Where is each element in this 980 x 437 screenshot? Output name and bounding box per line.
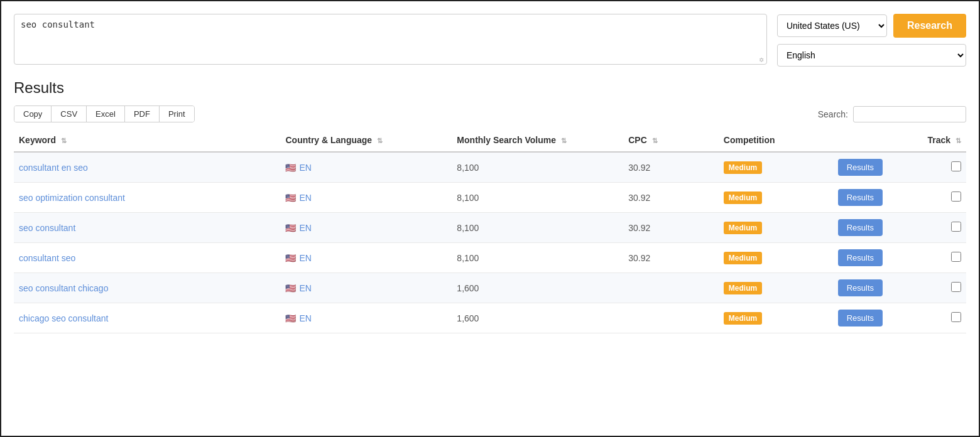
table-toolbar: Copy CSV Excel PDF Print Search:	[14, 105, 966, 122]
country-research-row: United States (US) United Kingdom (UK) C…	[777, 14, 966, 38]
pdf-button[interactable]: PDF	[125, 106, 160, 122]
volume-cell: 8,100	[452, 183, 623, 213]
flag-en: 🇺🇸 EN	[285, 313, 311, 323]
results-btn-cell: Results	[833, 243, 909, 273]
cpc-cell	[623, 273, 719, 303]
th-volume[interactable]: Monthly Search Volume ⇅	[452, 129, 623, 152]
csv-button[interactable]: CSV	[52, 106, 87, 122]
table-row: seo consultant 🇺🇸 EN 8,100 30.92 Medium …	[14, 213, 966, 243]
research-button[interactable]: Research	[893, 14, 966, 38]
keyword-cell: seo consultant chicago	[14, 273, 280, 303]
print-button[interactable]: Print	[160, 106, 194, 122]
volume-cell: 8,100	[452, 243, 623, 273]
results-button[interactable]: Results	[838, 279, 883, 296]
volume-cell: 1,600	[452, 273, 623, 303]
cpc-cell: 30.92	[623, 183, 719, 213]
us-flag-icon: 🇺🇸	[285, 283, 296, 293]
th-competition: Competition	[719, 129, 833, 152]
cpc-cell: 30.92	[623, 213, 719, 243]
th-track[interactable]: Track ⇅	[909, 129, 966, 152]
competition-badge: Medium	[724, 222, 762, 234]
track-checkbox[interactable]	[951, 312, 961, 322]
sort-icon-country: ⇅	[377, 137, 383, 145]
us-flag-icon: 🇺🇸	[285, 223, 296, 233]
cpc-cell: 30.92	[623, 152, 719, 183]
export-buttons-group: Copy CSV Excel PDF Print	[14, 105, 195, 122]
language-code: EN	[299, 163, 311, 173]
track-checkbox[interactable]	[951, 222, 961, 232]
competition-cell: Medium	[719, 273, 833, 303]
competition-badge: Medium	[724, 252, 762, 264]
results-button[interactable]: Results	[838, 159, 883, 176]
language-code: EN	[299, 313, 311, 323]
us-flag-icon: 🇺🇸	[285, 163, 296, 173]
track-checkbox[interactable]	[951, 161, 961, 171]
keyword-cell: consultant seo	[14, 243, 280, 273]
track-checkbox[interactable]	[951, 252, 961, 262]
resize-handle: ✡	[759, 57, 765, 63]
sort-icon-cpc: ⇅	[652, 137, 658, 145]
th-cpc[interactable]: CPC ⇅	[623, 129, 719, 152]
flag-en: 🇺🇸 EN	[285, 283, 311, 293]
competition-cell: Medium	[719, 243, 833, 273]
country-cell: 🇺🇸 EN	[280, 213, 452, 243]
us-flag-icon: 🇺🇸	[285, 193, 296, 203]
search-input-wrap: <span class="seo-underline">seo</span> c…	[14, 14, 767, 65]
results-title: Results	[14, 79, 966, 97]
results-btn-cell: Results	[833, 152, 909, 183]
table-row: consultant seo 🇺🇸 EN 8,100 30.92 Medium …	[14, 243, 966, 273]
country-cell: 🇺🇸 EN	[280, 183, 452, 213]
country-select[interactable]: United States (US) United Kingdom (UK) C…	[777, 14, 887, 37]
country-cell: 🇺🇸 EN	[280, 303, 452, 333]
sort-icon-volume: ⇅	[561, 137, 567, 145]
table-header-row: Keyword ⇅ Country & Language ⇅ Monthly S…	[14, 129, 966, 152]
competition-badge: Medium	[724, 282, 762, 294]
keyword-cell: seo consultant	[14, 213, 280, 243]
results-button[interactable]: Results	[838, 249, 883, 266]
track-cell	[909, 243, 966, 273]
th-keyword[interactable]: Keyword ⇅	[14, 129, 280, 152]
volume-cell: 8,100	[452, 152, 623, 183]
results-button[interactable]: Results	[838, 189, 883, 206]
results-table: Keyword ⇅ Country & Language ⇅ Monthly S…	[14, 129, 966, 333]
excel-button[interactable]: Excel	[87, 106, 125, 122]
results-button[interactable]: Results	[838, 310, 883, 326]
us-flag-icon: 🇺🇸	[285, 313, 296, 323]
results-btn-cell: Results	[833, 273, 909, 303]
keyword-cell: chicago seo consultant	[14, 303, 280, 333]
track-checkbox[interactable]	[951, 192, 961, 202]
track-cell	[909, 183, 966, 213]
language-code: EN	[299, 223, 311, 233]
volume-cell: 1,600	[452, 303, 623, 333]
copy-button[interactable]: Copy	[14, 106, 52, 122]
language-code: EN	[299, 253, 311, 263]
search-label: Search:	[818, 109, 848, 119]
language-code: EN	[299, 283, 311, 293]
competition-cell: Medium	[719, 303, 833, 333]
track-checkbox[interactable]	[951, 282, 961, 292]
search-textarea[interactable]: <span class="seo-underline">seo</span> c…	[21, 19, 760, 57]
table-row: consultant en seo 🇺🇸 EN 8,100 30.92 Medi…	[14, 152, 966, 183]
cpc-cell	[623, 303, 719, 333]
country-cell: 🇺🇸 EN	[280, 243, 452, 273]
flag-en: 🇺🇸 EN	[285, 163, 311, 173]
competition-badge: Medium	[724, 312, 762, 325]
flag-en: 🇺🇸 EN	[285, 223, 311, 233]
flag-en: 🇺🇸 EN	[285, 253, 311, 263]
cpc-cell: 30.92	[623, 243, 719, 273]
results-button[interactable]: Results	[838, 219, 883, 236]
track-cell	[909, 213, 966, 243]
results-btn-cell: Results	[833, 183, 909, 213]
competition-badge: Medium	[724, 161, 762, 174]
th-results-btn	[833, 129, 909, 152]
language-select[interactable]: English Spanish French German	[777, 44, 966, 67]
results-btn-cell: Results	[833, 213, 909, 243]
track-cell	[909, 273, 966, 303]
keyword-cell: consultant en seo	[14, 152, 280, 183]
results-section: Results Copy CSV Excel PDF Print Search:…	[14, 79, 966, 333]
table-search-input[interactable]	[853, 106, 966, 122]
table-row: chicago seo consultant 🇺🇸 EN 1,600 Mediu…	[14, 303, 966, 333]
track-cell	[909, 303, 966, 333]
th-country-language[interactable]: Country & Language ⇅	[280, 129, 452, 152]
competition-badge: Medium	[724, 192, 762, 204]
